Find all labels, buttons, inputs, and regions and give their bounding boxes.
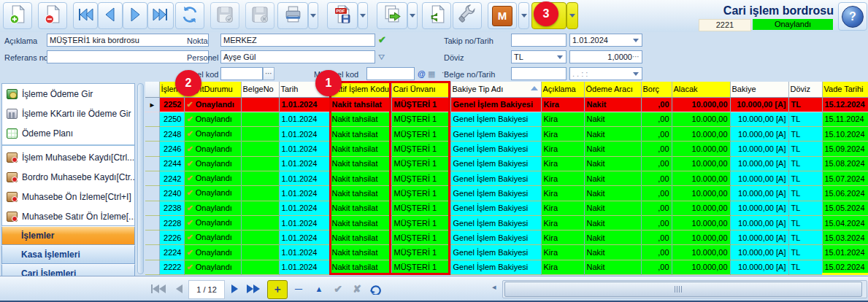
sidebar-link-label: Muhasebe Ön İzleme[Ctrl+I] [22,192,131,202]
next-record-button[interactable] [123,2,147,29]
hscroll-left-arrow[interactable]: ◂ [492,282,496,292]
referans-input[interactable] [47,50,209,63]
column-header-alacak[interactable]: Alacak [672,82,730,97]
mh-ozel-kod-input[interactable] [366,67,415,80]
takip-date-select[interactable]: 1.01.2024 [569,34,642,47]
return-button[interactable] [422,2,451,29]
approved-check-icon: ✔ [187,115,193,123]
cell-kayit_durumu: ✔Onaylandı [184,245,241,260]
scrollbar-thumb[interactable] [504,282,862,297]
pager-next-button[interactable] [225,280,244,298]
personel-input[interactable]: Ayşe Gül [220,50,375,63]
belge-date-select[interactable]: . . : : [569,67,642,80]
status-badge: Onaylandı [753,19,833,30]
sidebar-nav-kasa-i̇şlemleri[interactable]: Kasa İşlemleri [1,245,135,264]
delete-record-button[interactable] [38,2,67,29]
row-indicator-header[interactable] [145,82,159,97]
export-pdf-dropdown-button[interactable] [358,2,368,29]
column-header-cari_unvani[interactable]: Cari Ünvanı [391,82,450,97]
sidebar-link[interactable]: İşleme Ödeme Gir [2,84,134,104]
ozel-kod-lookup-button[interactable]: ⋯ [263,67,274,80]
column-header-belge_no[interactable]: BelgeNo [241,82,279,97]
table-row[interactable]: 2240✔Onaylandı1.01.2024Nakit tahsilatMÜŞ… [145,186,868,201]
first-record-button[interactable] [73,2,98,29]
commit-row-button[interactable]: ✔ [329,280,347,298]
sidebar-link[interactable]: İşleme KKartı ile Ödeme Gir [2,104,134,123]
table-row[interactable]: 2228✔Onaylandı1.01.2024Nakit tahsilatMÜŞ… [145,215,868,230]
table-row[interactable]: 2224✔Onaylandı1.01.2024Nakit tahsilatMÜŞ… [145,245,868,260]
table-row[interactable]: 2246✔Onaylandı1.01.2024Nakit tahsilatMÜŞ… [145,142,868,156]
personel-filter-icon[interactable]: ⛛ [378,50,385,63]
save-button[interactable] [210,2,239,29]
column-header-bakiye_tip_adi[interactable]: Bakiye Tip Adı [450,82,541,97]
transfer-button[interactable] [377,2,407,29]
sidebar-nav-i̇şlemler[interactable]: İşlemler [1,226,135,245]
sidebar-link[interactable]: İşlem Muhasebe Kaydı[Ctrl... [2,147,134,167]
new-record-button[interactable] [3,2,32,29]
last-record-button[interactable] [147,2,174,29]
table-row[interactable]: 2238✔Onaylandı1.01.2024Nakit tahsilatMÜŞ… [145,201,868,215]
table-row[interactable]: ▸2252✔Onaylandı1.01.2024Nakit tahsilatMÜ… [145,97,868,112]
approved-check-icon: ✔ [187,159,193,168]
pager-first-button[interactable] [149,280,168,298]
cell-aktif_islem_kodu: Nakit tahsilat [329,97,391,112]
print-button[interactable] [277,2,308,29]
mention-icon[interactable]: @ [418,67,426,80]
sidebar-link[interactable]: Ödeme Planı [2,123,134,143]
cell-cari_unvani: MÜŞTERİ 1 [391,245,450,260]
table-row[interactable]: 2250✔Onaylandı1.01.2024Nakit tahsilatMÜŞ… [145,112,868,126]
nokta-input[interactable]: MERKEZ [220,34,375,47]
cell-belge_no [241,260,279,274]
column-header-aciklama[interactable]: Açıklama [541,82,584,97]
table-row[interactable]: 2222✔Onaylandı1.01.2024Nakit tahsilatMÜŞ… [145,260,868,274]
cell-aciklama: Kira [541,142,584,156]
m-menu-button[interactable]: M [488,2,517,29]
doviz-select[interactable]: TL [511,50,566,63]
help-button[interactable]: ? [838,2,867,31]
table-row[interactable]: 2226✔Onaylandı1.01.2024Nakit tahsilatMÜŞ… [145,231,868,245]
table-row[interactable]: 2244✔Onaylandı1.01.2024Nakit tahsilatMÜŞ… [145,156,868,171]
column-header-doviz[interactable]: Döviz [788,82,822,97]
cancel-row-button[interactable]: ✘ [347,280,366,298]
refresh-rows-button[interactable] [366,280,385,298]
column-header-vade_tarihi[interactable]: Vade Tarihi [822,82,868,97]
cell-odeme_araci: Nakit [584,201,641,215]
remove-row-button[interactable]: ─ [289,280,308,298]
ozel-kod-input[interactable] [220,67,263,80]
m-menu-dropdown-button[interactable] [518,2,529,29]
column-header-odeme_araci[interactable]: Ödeme Aracı [584,82,641,97]
table-lookup-icon[interactable]: ▦ [428,67,435,80]
cell-doviz: TL [788,215,822,230]
belge-no-input[interactable] [511,67,566,80]
cell-doviz: TL [788,245,822,260]
print-dropdown-button[interactable] [308,2,318,29]
edit-row-button[interactable]: ▲ [310,280,329,298]
pager-bar: 1 / 12 ＋ ─ ▲ ✔ ✘ ◂ [0,276,868,301]
table-row[interactable]: 2242✔Onaylandı1.01.2024Nakit tahsilatMÜŞ… [145,171,868,185]
settings-button[interactable] [453,2,482,29]
cell-bakiye_tip_adi: Genel İşlem Bakiyesi [450,215,541,230]
add-row-button[interactable]: ＋ [267,280,288,299]
sidebar-link[interactable]: Muhasebe Satır Ön İzleme[... [2,206,134,226]
sidebar-link[interactable]: Bordro Muhasebe Kaydı[Ctr... [2,167,134,187]
grid-splitter[interactable] [137,83,144,274]
aciklama-input[interactable]: MÜŞTERİ1 kira bordrosu [47,34,209,47]
previous-record-button[interactable] [98,2,123,29]
cell-vade_tarihi: 15.07.2024 [822,171,868,185]
horizontal-scrollbar[interactable] [502,280,867,298]
cell-kayit_durumu: ✔Onaylandı [184,231,241,245]
column-header-bakiye[interactable]: Bakiye [730,82,788,97]
kur-input[interactable]: 1,0000⋯ [569,50,642,63]
sidebar-link[interactable]: Muhasebe Ön İzleme[Ctrl+I] [2,187,134,206]
exit-dropdown-button[interactable] [566,2,578,29]
pager-last-button[interactable] [244,280,263,298]
pager-previous-button[interactable] [169,280,188,298]
column-header-borc[interactable]: Borç [641,82,672,97]
save-cancel-button[interactable] [245,2,274,29]
cell-aciklama: Kira [541,112,584,126]
takip-no-input[interactable] [511,34,566,47]
table-row[interactable]: 2248✔Onaylandı1.01.2024Nakit tahsilatMÜŞ… [145,127,868,142]
refresh-button[interactable] [175,2,204,29]
transfer-dropdown-button[interactable] [407,2,418,29]
export-pdf-button[interactable]: PDF [327,2,358,29]
